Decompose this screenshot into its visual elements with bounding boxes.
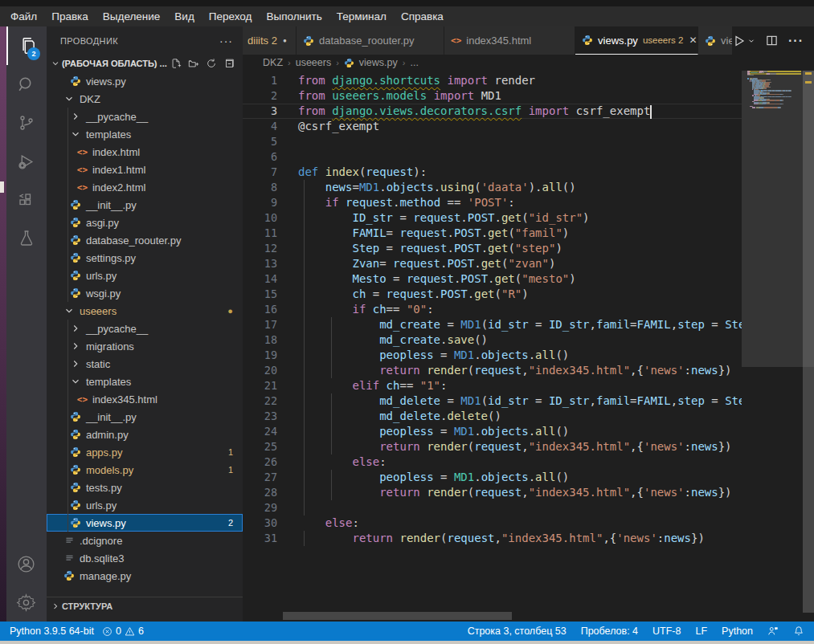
activity-source-control[interactable] xyxy=(6,104,47,142)
breadcrumb-item[interactable]: useeers xyxy=(296,57,331,68)
sidebar-explorer: ПРОВОДНИК ··· (РАБОЧАЯ ОБЛАСТЬ) ... view… xyxy=(47,26,243,622)
problems-status[interactable]: 0 6 xyxy=(102,626,144,637)
tree-item-wsgi.py[interactable]: wsgi.py xyxy=(47,284,243,302)
code-line-22: 22 md_delete = MD1(id_str = ID_str,famil… xyxy=(243,393,742,409)
breadcrumb[interactable]: DKZ›useeers›views.py›... xyxy=(243,55,814,71)
activity-run-debug[interactable] xyxy=(6,142,47,181)
run-python-button[interactable] xyxy=(733,35,755,47)
close-icon[interactable]: ✕ xyxy=(689,35,697,46)
outline-section-label: СТРУКТУРА xyxy=(62,601,112,611)
tree-item-templates[interactable]: templates xyxy=(47,125,243,143)
tree-item-__init__.py[interactable]: __init__.py xyxy=(47,196,243,214)
desktop-edge xyxy=(0,26,6,622)
bell-icon[interactable] xyxy=(793,626,804,637)
breadcrumb-item[interactable]: ... xyxy=(410,57,418,68)
collapse-all-icon[interactable] xyxy=(223,58,235,69)
tree-item-asgi.py[interactable]: asgi.py xyxy=(47,214,243,231)
menu-item-0[interactable]: Файл xyxy=(3,10,44,22)
code-area[interactable]: 1from django.shortcuts import render2fro… xyxy=(243,73,742,546)
vertical-scrollbar[interactable] xyxy=(803,71,814,613)
code-line-23: 23 md_delete.delete() xyxy=(243,409,742,424)
python-icon xyxy=(70,199,81,210)
tab-vie[interactable]: vie xyxy=(698,26,733,55)
tree-item-static[interactable]: static xyxy=(47,355,243,373)
tree-item-.dcignore[interactable]: .dcignore xyxy=(47,532,243,549)
line-number: 2 xyxy=(243,88,277,104)
menu-item-3[interactable]: Вид xyxy=(167,10,201,22)
tab-database_roouter.py[interactable]: database_roouter.py xyxy=(297,26,444,55)
new-file-icon[interactable] xyxy=(170,58,182,69)
warning-icon xyxy=(125,626,135,637)
activity-account[interactable] xyxy=(6,544,47,583)
python-interpreter-status[interactable]: Python 3.9.5 64-bit xyxy=(10,626,94,637)
tab-index345.html[interactable]: <>index345.html xyxy=(444,26,575,55)
breadcrumb-item[interactable]: views.py xyxy=(359,57,398,68)
breadcrumb-item[interactable]: DKZ xyxy=(263,57,283,68)
workspace-section-label: (РАБОЧАЯ ОБЛАСТЬ) ... xyxy=(62,59,167,68)
activity-search[interactable] xyxy=(6,65,47,104)
menu-item-7[interactable]: Справка xyxy=(394,10,451,22)
activity-testing[interactable] xyxy=(6,219,47,258)
split-editor-icon[interactable] xyxy=(766,35,778,47)
tree-item-useeers[interactable]: useeers● xyxy=(47,302,243,320)
source-control-icon xyxy=(17,113,36,132)
python-icon xyxy=(70,75,81,87)
outline-section[interactable]: СТРУКТУРА xyxy=(47,597,243,614)
menu-item-6[interactable]: Терминал xyxy=(329,10,394,22)
horizontal-scrollbar[interactable] xyxy=(283,612,512,620)
tree-item-apps.py[interactable]: apps.py1 xyxy=(47,443,243,461)
feedback-icon[interactable] xyxy=(767,626,779,637)
modified-dot-icon: ● xyxy=(283,37,287,44)
activity-settings[interactable] xyxy=(6,583,47,622)
line-number: 19 xyxy=(243,348,277,363)
tree-item-__pycache__[interactable]: __pycache__ xyxy=(47,108,243,125)
tree-item-index.html[interactable]: <>index.html xyxy=(47,143,243,161)
more-actions-icon[interactable]: ··· xyxy=(788,34,804,48)
tree-item-tests.py[interactable]: tests.py xyxy=(47,479,243,496)
tree-item-index345.html[interactable]: <>index345.html xyxy=(47,390,243,408)
tree-item-views.py[interactable]: views.py xyxy=(47,72,243,90)
menu-item-5[interactable]: Выполнить xyxy=(259,10,329,22)
line-number: 24 xyxy=(243,424,277,439)
eol-status[interactable]: LF xyxy=(695,626,707,637)
tab-diiits 2[interactable]: diiits 2● xyxy=(243,26,297,55)
menu-item-2[interactable]: Выделение xyxy=(96,10,168,22)
tree-item-manage.py[interactable]: manage.py xyxy=(47,567,243,585)
menu-item-4[interactable]: Переход xyxy=(202,10,260,22)
tree-item-database_roouter.py[interactable]: database_roouter.py xyxy=(47,231,243,249)
activity-explorer[interactable]: 2 xyxy=(6,26,47,65)
tree-item-__pycache__[interactable]: __pycache__ xyxy=(47,320,243,337)
tree-item-__init__.py[interactable]: __init__.py xyxy=(47,408,243,426)
tree-item-index1.html[interactable]: <>index1.html xyxy=(47,161,243,178)
tree-item-templates[interactable]: templates xyxy=(47,373,243,390)
code-line-3: 3from django.views.decorators.csrf impor… xyxy=(243,104,742,119)
line-number: 20 xyxy=(243,363,277,378)
tree-item-views.py[interactable]: views.py2 xyxy=(47,514,243,532)
tree-item-DKZ[interactable]: DKZ xyxy=(47,90,243,108)
tree-item-admin.py[interactable]: admin.py xyxy=(47,426,243,443)
tree-item-urls.py[interactable]: urls.py xyxy=(47,267,243,284)
line-number: 7 xyxy=(243,165,277,180)
tree-item-db.sqlite3[interactable]: db.sqlite3 xyxy=(47,549,243,567)
workspace-section-header[interactable]: (РАБОЧАЯ ОБЛАСТЬ) ... xyxy=(47,55,243,72)
account-icon xyxy=(16,554,36,574)
cursor-position-status[interactable]: Строка 3, столбец 53 xyxy=(468,626,567,637)
tree-item-index2.html[interactable]: <>index2.html xyxy=(47,178,243,196)
tree-item-migrations[interactable]: migrations xyxy=(47,337,243,355)
encoding-status[interactable]: UTF-8 xyxy=(652,626,681,637)
explorer-more-icon[interactable]: ··· xyxy=(219,35,233,47)
code-line-18: 18 md_create.save() xyxy=(243,332,742,348)
tree-item-urls.py[interactable]: urls.py xyxy=(47,496,243,514)
tree-item-models.py[interactable]: models.py1 xyxy=(47,461,243,479)
new-folder-icon[interactable] xyxy=(188,58,199,69)
refresh-icon[interactable] xyxy=(206,58,217,69)
activity-extensions[interactable] xyxy=(6,181,47,219)
python-icon xyxy=(705,35,716,47)
code-line-29: 29 xyxy=(243,500,742,516)
tree-item-settings.py[interactable]: settings.py xyxy=(47,249,243,267)
indentation-status[interactable]: Пробелов: 4 xyxy=(581,626,638,637)
tab-views.py[interactable]: views.pyuseeers 2✕ xyxy=(575,26,698,55)
menu-item-1[interactable]: Правка xyxy=(44,10,96,22)
language-status[interactable]: Python xyxy=(722,626,753,637)
code-editor[interactable]: 1from django.shortcuts import render2fro… xyxy=(243,71,814,622)
